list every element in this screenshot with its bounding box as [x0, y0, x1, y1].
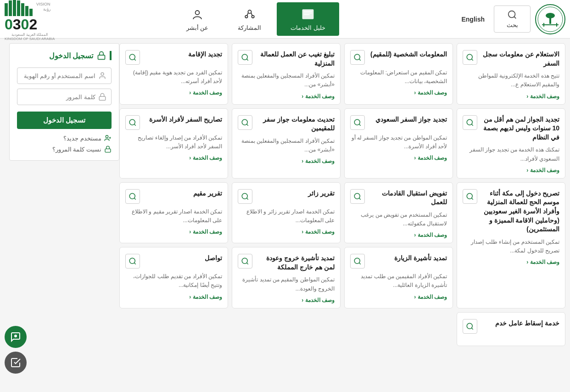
- svg-point-20: [354, 54, 360, 60]
- svg-line-45: [246, 263, 248, 264]
- svg-line-37: [359, 198, 360, 199]
- card-link[interactable]: وصف الخدمة ‹: [125, 90, 222, 96]
- card-link[interactable]: وصف الخدمة ‹: [463, 259, 559, 265]
- card-title: المعلومات الشخصية (للمقيم): [367, 50, 447, 59]
- card-search-icon[interactable]: [125, 254, 140, 269]
- svg-point-30: [242, 119, 247, 125]
- card-desc: تمكين الفرد من تجديد هوية مقيم (إقامة) ل…: [125, 68, 222, 86]
- card-search-icon[interactable]: [238, 254, 252, 269]
- svg-point-40: [129, 193, 135, 199]
- nav-absher-label: عن أبشر: [186, 24, 209, 31]
- svg-point-17: [196, 11, 200, 15]
- vision-bars: [5, 0, 33, 16]
- vision-text: VISIONرؤية: [36, 2, 50, 12]
- card-link[interactable]: وصف الخدمة ‹: [463, 167, 559, 174]
- card-search-icon[interactable]: [350, 115, 365, 130]
- login-button[interactable]: تسجيل الدخول: [17, 112, 112, 129]
- card-desc: تتيح هذه الخدمة الإلكترونية للمواطن والم…: [463, 72, 559, 89]
- card-link[interactable]: وصف الخدمة ‹: [238, 297, 335, 303]
- lock-icon: [98, 93, 106, 101]
- card-renew-passport: تجديد جواز السفر السعودي تمكين المواطن م…: [344, 108, 453, 179]
- card-desc: تمكن الخدمة اصدار تقرير مقيم و الاطلاع ع…: [125, 207, 222, 225]
- nav-item-services[interactable]: خليل الخدمات: [277, 2, 339, 36]
- card-desc: تمكين المستخدم من تفويض من يرغب لاستقبال…: [350, 211, 447, 228]
- card-title: تصاريح السفر لأفراد الأسرة: [142, 115, 222, 124]
- password-input[interactable]: [18, 94, 95, 101]
- svg-point-36: [354, 193, 360, 199]
- card-link[interactable]: وصف الخدمة ‹: [238, 229, 335, 235]
- card-title: تواصل: [142, 254, 222, 263]
- svg-rect-10: [304, 12, 312, 13]
- card-title: الاستعلام عن معلومات سجل السفر: [479, 50, 559, 68]
- svg-point-34: [467, 193, 472, 199]
- card-link[interactable]: وصف الخدمة ‹: [125, 294, 222, 300]
- card-search-icon[interactable]: [125, 115, 140, 130]
- card-search-icon[interactable]: [350, 189, 365, 204]
- card-contact: تواصل تمكين الأفراد من تقديم طلب للجوازا…: [119, 247, 228, 308]
- card-link[interactable]: وصف الخدمة ‹: [238, 158, 335, 164]
- card-title: تفويض استقبال القادمات للعمل: [367, 189, 447, 207]
- card-link[interactable]: وصف الخدمة ‹: [350, 155, 447, 161]
- card-desc: تمكين المستخدم من إنشاء طلب إصدار تصريح …: [463, 238, 559, 255]
- card-link[interactable]: وصف الخدمة ‹: [350, 232, 447, 238]
- svg-line-23: [246, 59, 248, 60]
- username-input[interactable]: [18, 73, 95, 79]
- svg-point-57: [15, 335, 17, 337]
- search-label: بحث: [507, 22, 518, 28]
- card-search-icon[interactable]: [238, 115, 252, 130]
- card-link[interactable]: وصف الخدمة ‹: [238, 93, 335, 100]
- card-personal-info: المعلومات الشخصية (للمقيم) تمكن المقيم م…: [344, 43, 453, 105]
- svg-rect-52: [99, 96, 106, 100]
- search-box[interactable]: بحث: [494, 6, 531, 33]
- card-link[interactable]: وصف الخدمة ‹: [125, 155, 222, 161]
- svg-point-53: [106, 135, 108, 138]
- card-link[interactable]: وصف الخدمة ‹: [350, 294, 447, 300]
- username-field[interactable]: [17, 67, 112, 84]
- svg-point-26: [467, 119, 472, 125]
- svg-point-46: [129, 258, 135, 264]
- card-search-icon[interactable]: [350, 50, 365, 65]
- svg-rect-9: [304, 11, 312, 12]
- card-desc: تمكين المواطن من تجديد جواز السفر له أو …: [350, 134, 447, 151]
- chat-float-button[interactable]: [5, 326, 27, 348]
- card-search-icon[interactable]: [463, 50, 477, 65]
- card-mecca-permit: تصريح دخول إلى مكة أثناء موسم الحج للعما…: [457, 182, 565, 308]
- card-title: تحديث معلومات جواز سفر للمقيمين: [254, 115, 335, 133]
- svg-point-14: [251, 16, 254, 18]
- card-search-icon[interactable]: [350, 254, 365, 269]
- card-search-icon[interactable]: [125, 50, 140, 65]
- card-link[interactable]: وصف الخدمة ‹: [463, 93, 559, 100]
- card-desc: تمكين المواطن والمقيم من تمديد تأشيرة ال…: [238, 275, 335, 293]
- card-search-icon[interactable]: [238, 189, 252, 204]
- forgot-icon: [104, 146, 112, 153]
- nav-item-sharing[interactable]: المشاركة: [224, 2, 275, 36]
- svg-point-2: [546, 13, 555, 18]
- svg-line-39: [246, 198, 248, 199]
- header-nav: خليل الخدمات المشاركة عن أبشر: [55, 2, 457, 36]
- cards-grid: الاستعلام عن معلومات سجل السفر تتيح هذه …: [119, 43, 565, 346]
- floating-buttons: [5, 326, 27, 351]
- card-title: تمديد تأشيرة خروج وعودة لمن هم خارج المم…: [254, 254, 335, 272]
- nav-item-absher[interactable]: عن أبشر: [173, 2, 223, 36]
- card-extend-exit-reentry: تمديد تأشيرة خروج وعودة لمن هم خارج المم…: [232, 247, 341, 308]
- svg-point-28: [354, 119, 360, 125]
- card-search-icon[interactable]: [463, 319, 477, 334]
- card-link[interactable]: وصف الخدمة ‹: [350, 90, 447, 96]
- svg-line-47: [134, 263, 135, 264]
- svg-point-44: [242, 258, 247, 264]
- card-search-icon[interactable]: [463, 115, 477, 130]
- login-title: تسجيل الدخول: [17, 51, 112, 60]
- card-desc: تمكين الأفراد المسجلين والمفعلين بمنصة «…: [238, 72, 335, 89]
- svg-line-27: [471, 124, 473, 125]
- card-search-icon[interactable]: [463, 189, 477, 204]
- password-field[interactable]: [17, 89, 112, 105]
- card-search-icon[interactable]: [238, 50, 252, 65]
- svg-point-18: [467, 54, 472, 60]
- forgot-password-link[interactable]: نسيت كلمة المرور؟: [17, 146, 112, 153]
- card-link[interactable]: وصف الخدمة ‹: [125, 229, 222, 235]
- new-user-link[interactable]: مستخدم جديد؟: [17, 134, 112, 142]
- svg-line-29: [359, 124, 360, 125]
- card-search-icon[interactable]: [125, 189, 140, 204]
- svg-point-22: [242, 54, 247, 60]
- nav-sharing-label: المشاركة: [238, 24, 261, 31]
